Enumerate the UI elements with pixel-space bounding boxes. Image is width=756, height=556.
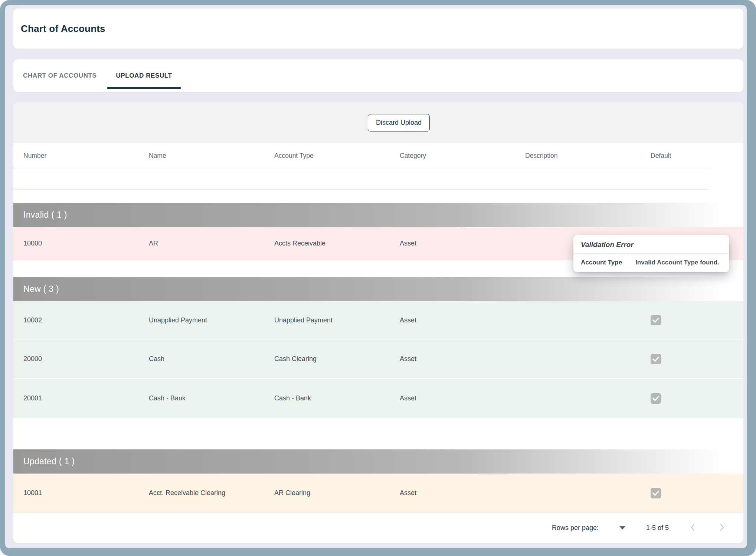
cell-name: Acct. Receivable Clearing [149, 489, 274, 497]
cell-number: 10000 [23, 240, 149, 247]
column-header-description: Description [525, 152, 651, 160]
section-label: Invalid ( 1 ) [23, 210, 67, 220]
tooltip-message: Invalid Account Type found. [635, 259, 719, 266]
column-header-category: Category [400, 152, 525, 160]
cell-category: Asset [400, 394, 525, 402]
tab-bar: CHART OF ACCOUNTS UPLOAD RESULT [13, 59, 743, 92]
section-header-updated: Updated ( 1 ) [13, 449, 743, 474]
page-header-card: Chart of Accounts [13, 9, 743, 49]
chevron-right-icon [717, 523, 727, 532]
cell-category: Asset [400, 316, 525, 324]
table-row: 20001 Cash - Bank Cash - Bank Asset [13, 379, 743, 418]
checkmark-icon [652, 491, 659, 496]
page-title: Chart of Accounts [21, 23, 105, 35]
checkmark-icon [652, 357, 659, 362]
cell-account-type: Accts Receivable [274, 240, 400, 247]
table-row: 10001 Acct. Receivable Clearing AR Clear… [13, 474, 743, 513]
default-checkbox[interactable] [651, 488, 661, 498]
tab-upload-result[interactable]: UPLOAD RESULT [106, 59, 181, 92]
column-header-number: Number [23, 152, 149, 160]
table-header-row: Number Name Account Type Category Descri… [13, 143, 708, 169]
default-checkbox[interactable] [651, 315, 661, 325]
cell-number: 20000 [23, 355, 149, 363]
tooltip-field-name: Account Type [581, 259, 622, 266]
default-checkbox[interactable] [651, 354, 661, 364]
cell-account-type: Unapplied Payment [274, 316, 400, 324]
section-header-new: New ( 3 ) [13, 277, 743, 301]
section-header-invalid: Invalid ( 1 ) [13, 203, 743, 227]
column-header-name: Name [149, 152, 274, 160]
tooltip-title: Validation Error [573, 235, 729, 254]
table-toolbar: Discard Upload [13, 102, 743, 143]
page-background: Chart of Accounts CHART OF ACCOUNTS UPLO… [5, 5, 747, 548]
cell-name: Cash - Bank [149, 394, 274, 402]
discard-upload-button[interactable]: Discard Upload [368, 114, 430, 131]
dropdown-arrow-icon[interactable] [619, 526, 625, 530]
cell-account-type: AR Clearing [274, 489, 400, 497]
table-row: 20000 Cash Cash Clearing Asset [13, 340, 743, 379]
pagination-bar: Rows per page: 1-5 of 5 [13, 513, 743, 543]
upload-result-panel: Discard Upload Number Name Account Type … [13, 102, 743, 543]
cell-account-type: Cash - Bank [274, 394, 400, 402]
column-header-default: Default [651, 152, 708, 160]
cell-category: Asset [400, 355, 525, 363]
cell-number: 10001 [23, 489, 149, 497]
cell-name: Unapplied Payment [149, 316, 274, 324]
section-gap [13, 190, 743, 203]
previous-page-button[interactable] [688, 523, 698, 533]
section-label: Updated ( 1 ) [23, 456, 75, 466]
cell-name: Cash [149, 355, 274, 363]
cell-default [651, 393, 743, 404]
tooltip-body: Account Type Invalid Account Type found. [573, 254, 729, 272]
chevron-left-icon [688, 523, 698, 532]
section-label: New ( 3 ) [23, 284, 59, 294]
cell-default [651, 354, 743, 364]
checkmark-icon [652, 318, 659, 323]
rows-per-page-label: Rows per page: [552, 524, 599, 532]
default-checkbox[interactable] [651, 393, 661, 404]
pagination-range: 1-5 of 5 [646, 524, 669, 532]
table-row: 10002 Unapplied Payment Unapplied Paymen… [13, 301, 743, 340]
cell-category: Asset [400, 240, 525, 247]
cell-default [651, 488, 743, 498]
cell-category: Asset [400, 489, 525, 497]
cell-number: 20001 [23, 394, 149, 402]
cell-name: AR [149, 240, 274, 247]
app-window: Chart of Accounts CHART OF ACCOUNTS UPLO… [0, 0, 756, 556]
checkmark-icon [652, 396, 659, 401]
section-gap [13, 418, 743, 449]
validation-error-tooltip: Validation Error Account Type Invalid Ac… [573, 235, 729, 272]
tab-chart-of-accounts[interactable]: CHART OF ACCOUNTS [13, 59, 106, 92]
cell-number: 10002 [23, 316, 149, 324]
empty-spacer-row [13, 169, 708, 190]
cell-default [651, 315, 743, 325]
next-page-button[interactable] [717, 523, 727, 533]
cell-account-type: Cash Clearing [274, 355, 400, 363]
column-header-account-type: Account Type [274, 152, 400, 160]
